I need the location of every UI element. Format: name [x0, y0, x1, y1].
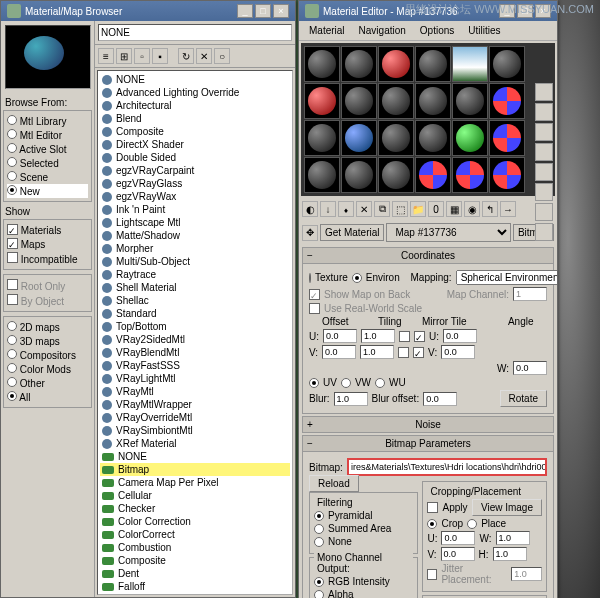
- sample-slot[interactable]: [341, 83, 377, 119]
- map-name-select[interactable]: Map #137736: [386, 223, 510, 242]
- background-icon[interactable]: [535, 123, 553, 141]
- copy-icon[interactable]: ⧉: [374, 201, 390, 217]
- delete-icon[interactable]: ✕: [196, 48, 212, 64]
- list-item[interactable]: egzVRayGlass: [100, 177, 290, 190]
- list-item[interactable]: ColorCorrect: [100, 528, 290, 541]
- list-item[interactable]: Top/Bottom: [100, 320, 290, 333]
- sample-type-icon[interactable]: [535, 83, 553, 101]
- sample-slots[interactable]: [301, 43, 555, 196]
- list-item[interactable]: Architectural: [100, 99, 290, 112]
- crop-h[interactable]: 1.0: [493, 547, 527, 561]
- mapping-select[interactable]: Spherical Environment: [456, 270, 557, 285]
- assign-icon[interactable]: ⬧: [338, 201, 354, 217]
- select-icon[interactable]: [535, 223, 553, 241]
- sample-slot[interactable]: [415, 120, 451, 156]
- reload-button[interactable]: Reload: [309, 475, 359, 492]
- rad-place[interactable]: [467, 519, 477, 529]
- v-mirror[interactable]: [398, 347, 409, 358]
- opt-all[interactable]: All: [7, 390, 88, 404]
- sample-slot[interactable]: [415, 46, 451, 82]
- preview-icon[interactable]: [535, 183, 553, 201]
- make-unique-icon[interactable]: ⬚: [392, 201, 408, 217]
- backlight-icon[interactable]: [535, 103, 553, 121]
- ck-show-map[interactable]: [309, 289, 320, 300]
- list-item[interactable]: NONE: [100, 73, 290, 86]
- list-item[interactable]: DirectX Shader: [100, 138, 290, 151]
- v-tile[interactable]: [413, 347, 424, 358]
- menu-navigation[interactable]: Navigation: [357, 23, 408, 38]
- u-tile[interactable]: [414, 331, 425, 342]
- uv-tiling-icon[interactable]: [535, 143, 553, 161]
- list-item[interactable]: Double Sided: [100, 151, 290, 164]
- list-item[interactable]: VRayFastSSS: [100, 359, 290, 372]
- list-item[interactable]: VRayLightMtl: [100, 372, 290, 385]
- rad-texture[interactable]: [309, 273, 311, 283]
- material-id-icon[interactable]: 0: [428, 201, 444, 217]
- sample-slot[interactable]: [452, 157, 488, 193]
- sample-slot[interactable]: [489, 83, 525, 119]
- ck-incompatible[interactable]: Incompatible: [7, 251, 88, 266]
- v-tiling[interactable]: 1.0: [360, 345, 394, 359]
- list-item[interactable]: Lightscape Mtl: [100, 216, 290, 229]
- blur-input[interactable]: 1.0: [334, 392, 368, 406]
- put-library-icon[interactable]: 📁: [410, 201, 426, 217]
- view-icons-icon[interactable]: ⊞: [116, 48, 132, 64]
- u-mirror[interactable]: [399, 331, 410, 342]
- sample-slot[interactable]: [378, 157, 414, 193]
- list-item[interactable]: Checker: [100, 502, 290, 515]
- view-image-button[interactable]: View Image: [472, 499, 542, 516]
- reset-icon[interactable]: ✕: [356, 201, 372, 217]
- rad-crop[interactable]: [427, 519, 437, 529]
- menu-utilities[interactable]: Utilities: [466, 23, 502, 38]
- opt-cmods[interactable]: Color Mods: [7, 362, 88, 376]
- type-list[interactable]: NONEAdvanced Lighting OverrideArchitectu…: [97, 70, 293, 595]
- video-check-icon[interactable]: [535, 163, 553, 181]
- list-item[interactable]: VRaySimbiontMtl: [100, 424, 290, 437]
- list-item[interactable]: egzVRayCarpaint: [100, 164, 290, 177]
- u-offset[interactable]: 0.0: [323, 329, 357, 343]
- rad-uv[interactable]: [309, 378, 319, 388]
- list-item[interactable]: Standard: [100, 307, 290, 320]
- update-icon[interactable]: ↻: [178, 48, 194, 64]
- rad-pyramidal[interactable]: [314, 511, 324, 521]
- w-angle[interactable]: 0.0: [513, 361, 547, 375]
- view-list-icon[interactable]: ≡: [98, 48, 114, 64]
- list-item[interactable]: Flat Mirror: [100, 593, 290, 595]
- list-item[interactable]: Dent: [100, 567, 290, 580]
- get-material-button[interactable]: Get Material: [320, 224, 384, 241]
- list-item[interactable]: Camera Map Per Pixel: [100, 476, 290, 489]
- show-map-icon[interactable]: ▦: [446, 201, 462, 217]
- opt-3d[interactable]: 3D maps: [7, 334, 88, 348]
- list-item[interactable]: Combustion: [100, 541, 290, 554]
- rad-mono-alpha[interactable]: [314, 590, 324, 599]
- opt-new[interactable]: New: [7, 184, 88, 198]
- list-item[interactable]: NONE: [100, 450, 290, 463]
- list-item[interactable]: Advanced Lighting Override: [100, 86, 290, 99]
- noise-header[interactable]: Noise: [302, 416, 554, 433]
- crop-u[interactable]: 0.0: [441, 531, 475, 545]
- u-tiling[interactable]: 1.0: [361, 329, 395, 343]
- menu-material[interactable]: Material: [307, 23, 347, 38]
- go-forward-icon[interactable]: →: [500, 201, 516, 217]
- close-button[interactable]: ×: [273, 4, 289, 18]
- pick-icon[interactable]: ✥: [302, 225, 318, 241]
- toolbar-none-field[interactable]: NONE: [98, 24, 292, 41]
- list-item[interactable]: VRayMtl: [100, 385, 290, 398]
- go-parent-icon[interactable]: ↰: [482, 201, 498, 217]
- list-item[interactable]: Composite: [100, 125, 290, 138]
- opt-other[interactable]: Other: [7, 376, 88, 390]
- list-item[interactable]: Raytrace: [100, 268, 290, 281]
- clear-icon[interactable]: ○: [214, 48, 230, 64]
- opt-active-slot[interactable]: Active Slot: [7, 142, 88, 156]
- sample-slot[interactable]: [452, 46, 488, 82]
- rad-none[interactable]: [314, 537, 324, 547]
- show-result-icon[interactable]: ◉: [464, 201, 480, 217]
- opt-scene[interactable]: Scene: [7, 170, 88, 184]
- list-item[interactable]: Shellac: [100, 294, 290, 307]
- opt-mtl-library[interactable]: Mtl Library: [7, 114, 88, 128]
- sample-slot[interactable]: [341, 120, 377, 156]
- opt-2d[interactable]: 2D maps: [7, 320, 88, 334]
- list-item[interactable]: Composite: [100, 554, 290, 567]
- options-icon[interactable]: [535, 203, 553, 221]
- sample-slot[interactable]: [304, 46, 340, 82]
